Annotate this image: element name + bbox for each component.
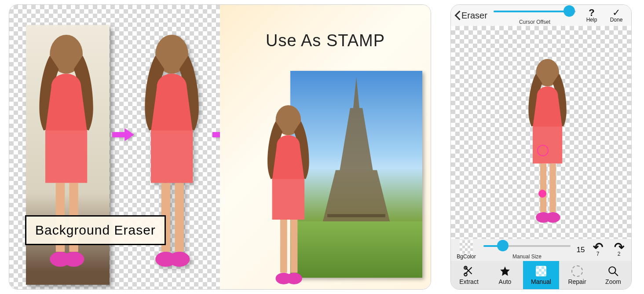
- tab-auto[interactable]: Auto: [487, 261, 523, 289]
- redo-count: 2: [618, 251, 621, 257]
- svg-rect-7: [175, 183, 183, 252]
- tab-zoom-label: Zoom: [605, 278, 621, 285]
- svg-point-4: [63, 252, 84, 267]
- tab-zoom[interactable]: Zoom: [595, 261, 631, 289]
- top-toolbar: Eraser Cursor Offset ? Help ✓ Done: [451, 5, 631, 26]
- checker-swatch-icon: [460, 240, 473, 254]
- promo-title: Background Eraser: [35, 223, 156, 237]
- bgcolor-label: BgColor: [457, 254, 476, 260]
- help-button[interactable]: ? Help: [580, 8, 603, 23]
- chevron-left-icon: [454, 11, 461, 20]
- undo-count: 7: [596, 251, 600, 257]
- back-button[interactable]: Eraser: [454, 11, 487, 21]
- scissors-icon: [463, 265, 475, 277]
- manual-size-label: Manual Size: [483, 254, 571, 260]
- bottom-tabbar: Extract Auto Manual Repair Zoom: [451, 261, 631, 289]
- done-label: Done: [610, 17, 623, 23]
- svg-point-14: [286, 273, 302, 284]
- svg-point-22: [609, 267, 615, 273]
- arrow-icon: [112, 128, 134, 141]
- svg-point-20: [464, 273, 467, 276]
- person-composited: [254, 105, 325, 289]
- svg-rect-11: [280, 220, 287, 273]
- stamp-heading: Use As STAMP: [220, 31, 431, 50]
- tab-auto-label: Auto: [499, 278, 512, 285]
- person-editing: [522, 55, 575, 232]
- cursor-ring: [537, 145, 549, 156]
- manual-size-slider[interactable]: Manual Size: [483, 241, 571, 254]
- mid-toolbar: BgColor Manual Size 15 ↶ 7 ↷ 2: [451, 239, 631, 261]
- editor-canvas[interactable]: [451, 26, 631, 239]
- question-icon: ?: [589, 8, 594, 18]
- promo-left-panel: Background Eraser: [9, 5, 220, 289]
- repair-icon: [571, 265, 583, 277]
- svg-point-9: [169, 252, 190, 267]
- magnifier-icon: [607, 265, 619, 277]
- app-phone: Eraser Cursor Offset ? Help ✓ Done BgCol…: [450, 4, 632, 290]
- tab-extract-label: Extract: [459, 278, 479, 285]
- help-label: Help: [586, 17, 597, 23]
- cursor-offset-label: Cursor Offset: [494, 19, 576, 25]
- cursor-offset-slider[interactable]: Cursor Offset: [494, 7, 576, 19]
- undo-button[interactable]: ↶ 7: [587, 243, 608, 257]
- tab-manual[interactable]: Manual: [523, 261, 559, 289]
- manual-size-value: 15: [574, 246, 587, 254]
- bgcolor-button[interactable]: BgColor: [453, 240, 480, 260]
- checker-icon: [536, 266, 546, 276]
- tab-repair[interactable]: Repair: [559, 261, 595, 289]
- promo-card: Background Eraser Use As STAMP: [9, 4, 431, 290]
- back-label: Eraser: [461, 11, 487, 21]
- check-icon: ✓: [612, 8, 620, 18]
- svg-rect-12: [291, 220, 298, 273]
- redo-button[interactable]: ↷ 2: [608, 243, 629, 257]
- done-button[interactable]: ✓ Done: [605, 8, 628, 23]
- promo-right-panel: Use As STAMP: [220, 5, 431, 289]
- cursor-dot: [538, 190, 546, 198]
- svg-rect-16: [540, 164, 546, 212]
- svg-point-19: [545, 212, 560, 223]
- promo-title-box: Background Eraser: [25, 215, 166, 245]
- svg-rect-17: [549, 164, 556, 212]
- star-icon: [499, 265, 511, 277]
- tab-repair-label: Repair: [568, 278, 586, 285]
- tab-extract[interactable]: Extract: [451, 261, 487, 289]
- tab-manual-label: Manual: [531, 278, 551, 285]
